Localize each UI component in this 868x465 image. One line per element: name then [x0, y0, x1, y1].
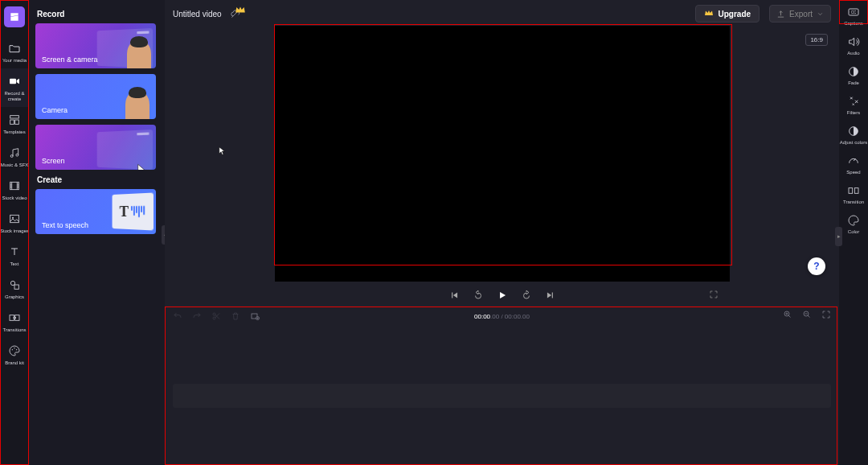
text-icon — [8, 245, 21, 258]
timecode-display: 00:00.00 / 00:00.00 — [474, 313, 530, 320]
prop-color[interactable]: Color — [839, 208, 868, 238]
app-root: Your media Record & create Templates Mus… — [0, 0, 868, 465]
prop-transition[interactable]: Transition — [839, 179, 868, 208]
video-canvas[interactable] — [275, 26, 730, 282]
svg-rect-26 — [854, 188, 858, 194]
section-header-create: Create — [37, 175, 158, 184]
undo-button[interactable] — [173, 311, 182, 321]
shapes-icon — [8, 278, 21, 291]
card-screen[interactable]: Screen — [35, 125, 156, 170]
fullscreen-button[interactable] — [709, 290, 719, 299]
paper-mock-icon: T — [113, 193, 154, 231]
prop-fade[interactable]: Fade — [839, 60, 868, 89]
svg-point-15 — [16, 349, 17, 350]
music-icon — [8, 146, 21, 159]
nav-transitions[interactable]: Transitions — [0, 305, 29, 338]
top-bar: Untitled video Upgrade Export — [165, 0, 839, 27]
chevron-down-icon — [817, 10, 824, 18]
transition-icon — [847, 184, 860, 197]
filters-icon — [847, 95, 860, 108]
center-area: Untitled video Upgrade Export — [165, 0, 839, 465]
transport-controls — [165, 285, 839, 306]
nav-stock-video[interactable]: Stock video — [0, 173, 29, 206]
card-label: Screen — [42, 157, 65, 165]
prop-label: Transition — [843, 200, 864, 204]
step-forward-button[interactable] — [521, 290, 532, 301]
palette-icon — [8, 344, 21, 357]
delete-button[interactable] — [231, 311, 240, 321]
timeline-area: 00:00.00 / 00:00.00 — [165, 306, 839, 465]
section-header-record: Record — [37, 10, 158, 19]
zoom-in-button[interactable] — [783, 310, 792, 319]
nav-text[interactable]: Text — [0, 239, 29, 272]
collapse-right-handle[interactable]: ▸ — [835, 227, 842, 246]
prop-filters[interactable]: Filters — [839, 89, 868, 119]
nav-music-sfx[interactable]: Music & SFX — [0, 140, 29, 173]
upload-icon — [776, 10, 785, 19]
camera-icon — [8, 75, 21, 88]
zoom-fit-button[interactable] — [821, 310, 831, 319]
color-icon — [847, 214, 860, 227]
step-back-button[interactable] — [473, 290, 484, 301]
jump-start-button[interactable] — [448, 290, 460, 301]
record-create-panel: Record Screen & camera Camera Screen Cre… — [29, 0, 165, 465]
timeline-track[interactable] — [173, 384, 831, 408]
split-button[interactable] — [211, 311, 221, 321]
prop-label: Adjust colors — [840, 140, 867, 145]
speed-icon — [847, 154, 860, 167]
video-title[interactable]: Untitled video — [173, 10, 222, 19]
card-screen-camera[interactable]: Screen & camera — [35, 23, 156, 68]
premium-badge-icon — [235, 4, 246, 15]
nav-label: Stock video — [2, 195, 27, 201]
person-avatar-icon — [127, 39, 151, 68]
app-logo[interactable] — [4, 6, 25, 27]
help-button[interactable]: ? — [808, 257, 825, 275]
export-button[interactable]: Export — [769, 5, 831, 23]
system-cursor-icon — [219, 146, 226, 156]
nav-your-media[interactable]: Your media — [0, 35, 29, 68]
upgrade-label: Upgrade — [719, 10, 751, 19]
nav-label: Stock images — [0, 228, 29, 234]
svg-point-8 — [12, 217, 14, 219]
prop-adjust-colors[interactable]: Adjust colors — [839, 119, 868, 149]
transitions-icon — [8, 311, 21, 324]
folder-icon — [8, 42, 21, 55]
timeline-toolbar: 00:00.00 / 00:00.00 — [165, 307, 839, 326]
prop-label: Captions — [844, 21, 863, 26]
right-properties-rail: CC Captions Audio Fade Filters Adjust co… — [839, 0, 868, 465]
svg-rect-0 — [10, 79, 16, 84]
prop-label: Speed — [846, 170, 860, 175]
nav-graphics[interactable]: Graphics — [0, 272, 29, 305]
svg-rect-2 — [10, 120, 14, 124]
aspect-ratio-selector[interactable]: 16:9 — [805, 34, 828, 46]
timeline-zoom-controls — [783, 310, 831, 319]
add-media-button[interactable] — [250, 311, 260, 321]
prop-speed[interactable]: Speed — [839, 149, 868, 179]
fade-icon — [847, 65, 860, 78]
zoom-out-button[interactable] — [802, 310, 812, 319]
captions-icon: CC — [847, 6, 860, 19]
prop-label: Color — [848, 229, 859, 234]
jump-end-button[interactable] — [545, 290, 556, 301]
export-label: Export — [789, 10, 813, 19]
card-text-to-speech[interactable]: T Text to speech — [35, 189, 156, 234]
svg-rect-7 — [10, 215, 19, 222]
nav-brand-kit[interactable]: Brand kit — [0, 338, 29, 371]
upgrade-button[interactable]: Upgrade — [695, 5, 760, 23]
prop-captions[interactable]: CC Captions — [839, 0, 868, 30]
nav-templates[interactable]: Templates — [0, 107, 29, 140]
svg-rect-10 — [14, 285, 18, 289]
play-button[interactable] — [497, 290, 508, 301]
redo-button[interactable] — [192, 311, 202, 321]
nav-stock-images[interactable]: Stock images — [0, 206, 29, 239]
audio-icon — [847, 35, 860, 48]
person-avatar-icon — [125, 90, 149, 119]
clapperboard-icon — [9, 11, 20, 23]
card-camera[interactable]: Camera — [35, 74, 156, 119]
svg-rect-3 — [15, 120, 19, 124]
prop-audio[interactable]: Audio — [839, 30, 868, 60]
nav-record-create[interactable]: Record & create — [0, 68, 29, 107]
nav-label: Text — [10, 261, 18, 267]
prop-label: Filters — [847, 110, 860, 115]
cloud-sync-off-button[interactable] — [230, 8, 241, 19]
